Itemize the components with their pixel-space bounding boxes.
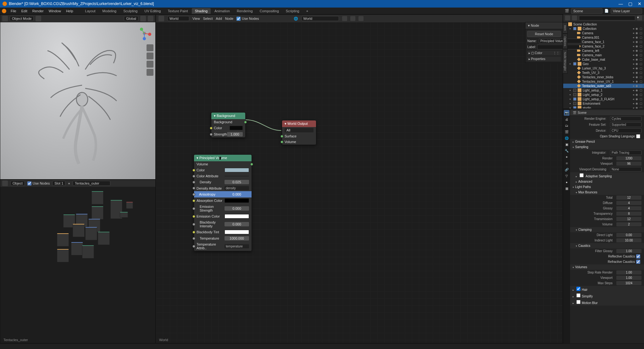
input-emission-color[interactable]: Emission Color (194, 213, 252, 219)
tab-compositing[interactable]: Compositing (257, 8, 282, 14)
max-steps[interactable]: 1024 (616, 281, 641, 285)
visibility-toggles[interactable]: ◂ ◉ ▢ (633, 45, 643, 48)
material-tab-icon[interactable]: ● (564, 179, 569, 185)
node-overview[interactable] (54, 189, 142, 271)
target-dropdown[interactable]: All (282, 127, 316, 133)
section-advanced[interactable]: ▸Advanced (570, 179, 644, 184)
outliner-row[interactable]: Camera_main◂ ◉ ▢ (563, 53, 644, 57)
osl-row[interactable]: Open Shading Language (570, 134, 644, 139)
modifier-tab-icon[interactable]: 🔧 (564, 148, 569, 153)
clamp-direct[interactable]: 0.00 (616, 233, 641, 237)
proportional-edit-button[interactable] (148, 16, 153, 21)
color-swatch[interactable] (225, 214, 249, 219)
outliner-row[interactable]: ▾Light_setup_3_FLASH◂ ◉ ▢ (563, 97, 644, 101)
outliner-tree[interactable]: ▾ Scene Collection ▾Collection◂ ◉ ▢Camer… (563, 21, 644, 109)
orientation-dropdown[interactable]: Global (124, 16, 138, 21)
visibility-toggles[interactable]: ◂ ◉ ▢ (633, 71, 643, 74)
socket-icon[interactable] (192, 215, 195, 218)
visibility-toggles[interactable]: ◂ ◉ ▢ (633, 97, 643, 101)
bounces-total[interactable]: 12 (616, 196, 641, 200)
use-nodes-checkbox[interactable] (236, 17, 241, 21)
menu-select[interactable]: Select (203, 17, 213, 20)
menu-file[interactable]: File (8, 8, 19, 14)
reflective-caustics-row[interactable]: Reflective Caustics (570, 254, 644, 259)
use-nodes-toggle[interactable]: Use Nodes (27, 181, 50, 186)
bounces-transmission[interactable]: 12 (616, 217, 641, 221)
outliner-row[interactable]: ▾Environment◂ ◉ ▢ (563, 101, 644, 106)
node-header[interactable]: ▾ Background (211, 113, 245, 119)
section-light-paths[interactable]: ▾Light Paths (570, 184, 644, 190)
input-color[interactable]: Color (194, 167, 252, 173)
outliner-row[interactable]: Cube_base_mat◂ ◉ ▢ (563, 57, 644, 62)
visibility-toggles[interactable]: ◂ ◉ ▢ (633, 80, 643, 83)
section-caustics[interactable]: ▾Caustics (570, 243, 644, 248)
section-adaptive[interactable]: ▸ Adaptive Sampling (570, 172, 644, 179)
node-name-field[interactable]: Name: (527, 39, 561, 43)
texture-tab-icon[interactable]: ▦ (564, 186, 569, 191)
visibility-toggles[interactable]: ◂ ◉ ▢ (633, 67, 643, 70)
tab-sculpting[interactable]: Sculpting (120, 8, 141, 14)
menu-window[interactable]: Window (46, 8, 64, 14)
text-field[interactable]: temperature (225, 244, 249, 248)
editor-type-icon[interactable] (2, 16, 8, 21)
viewlayer-tab-icon[interactable]: 🗂 (564, 123, 569, 128)
filter-button[interactable]: ▾ (637, 15, 642, 20)
bounces-volume[interactable]: 2 (616, 222, 641, 226)
color-swatch[interactable] (230, 126, 243, 130)
expand-icon[interactable]: ▾ (569, 93, 572, 96)
section-hair[interactable]: ▸Hair (570, 286, 644, 292)
editor-type-icon[interactable] (565, 15, 570, 20)
socket-out-icon[interactable] (250, 163, 253, 166)
material-select[interactable]: Tentacles_outer (73, 181, 110, 186)
input-density-attribute[interactable]: Density Attribute density (194, 185, 252, 191)
refractive-caustics-row[interactable]: Refractive Caustics (570, 259, 644, 264)
menu-render[interactable]: Render (30, 8, 46, 14)
visibility-toggles[interactable]: ◂ ◉ ▢ (633, 49, 643, 52)
visibility-toggles[interactable]: ◂ ◉ ▢ (633, 89, 643, 92)
tab-scripting[interactable]: Scripting (283, 8, 303, 14)
outliner-row[interactable]: Tentacles_outer_sd3◂ ◉ ▢ (563, 84, 644, 88)
refractive-caustics-checkbox[interactable] (636, 260, 640, 264)
section-grease-pencil[interactable]: ▸Grease Pencil (570, 139, 644, 144)
outliner-row[interactable]: Tentacles_inner_UV_1◂ ◉ ▢ (563, 79, 644, 84)
socket-out-icon[interactable] (244, 121, 247, 124)
slot-select[interactable]: Slot 1 (52, 181, 65, 186)
socket-icon[interactable] (192, 193, 195, 196)
input-color[interactable]: Color (211, 125, 245, 131)
socket-icon[interactable] (192, 199, 195, 202)
object-tab-icon[interactable]: ▣ (564, 141, 569, 147)
use-nodes-checkbox[interactable] (27, 181, 31, 186)
bounces-diffuse[interactable]: 4 (616, 201, 641, 205)
outliner[interactable]: ▾ ▾ Scene Collection ▾Collection◂ ◉ ▢Cam… (563, 14, 644, 109)
input-absorption-color[interactable]: Absorption Color (194, 197, 252, 204)
editor-type-icon[interactable] (2, 180, 8, 186)
visibility-toggles[interactable]: ◂ ◉ ▢ (633, 40, 643, 43)
tab-shading[interactable]: Shading (192, 8, 211, 14)
step-rate-render[interactable]: 1.00 (616, 270, 641, 274)
input-temperature-attribute[interactable]: Temperature Attrib.. temperature (194, 241, 252, 251)
visibility-toggles[interactable]: ◂ ◉ ▢ (633, 62, 643, 65)
input-color-attribute[interactable]: Color Attribute (194, 173, 252, 179)
expand-icon[interactable]: ▾ (569, 89, 572, 92)
step-rate-viewport[interactable]: 1.00 (616, 276, 641, 280)
viewport-denoise-select[interactable]: None (610, 167, 641, 172)
outliner-row[interactable]: Camera◂ ◉ ▢ (563, 31, 644, 35)
outliner-row[interactable]: ▾Collection◂ ◉ ▢ (563, 26, 644, 31)
socket-icon[interactable] (192, 231, 195, 234)
bounces-transparency[interactable]: 8 (616, 212, 641, 216)
feature-set-row[interactable]: Feature Set: Supported (570, 122, 644, 128)
reset-node-button[interactable]: Reset Node (527, 31, 561, 37)
blender-icon[interactable] (2, 9, 6, 13)
mode-dropdown[interactable]: Object Mode (10, 16, 34, 21)
constraint-tab-icon[interactable]: 🔗 (564, 167, 569, 172)
properties-subpanel[interactable]: ▸ Properties (527, 57, 561, 61)
color-swatch[interactable] (225, 168, 249, 172)
menu-edit[interactable]: Edit (19, 8, 30, 14)
menu-view[interactable]: View (192, 17, 200, 20)
tab-rendering[interactable]: Rendering (234, 8, 256, 14)
input-blackbody-tint[interactable]: Blackbody Tint (194, 229, 252, 235)
zoom-button[interactable] (147, 44, 153, 51)
socket-icon[interactable] (192, 169, 195, 172)
color-swatch[interactable] (225, 198, 249, 203)
socket-icon[interactable] (192, 237, 195, 240)
